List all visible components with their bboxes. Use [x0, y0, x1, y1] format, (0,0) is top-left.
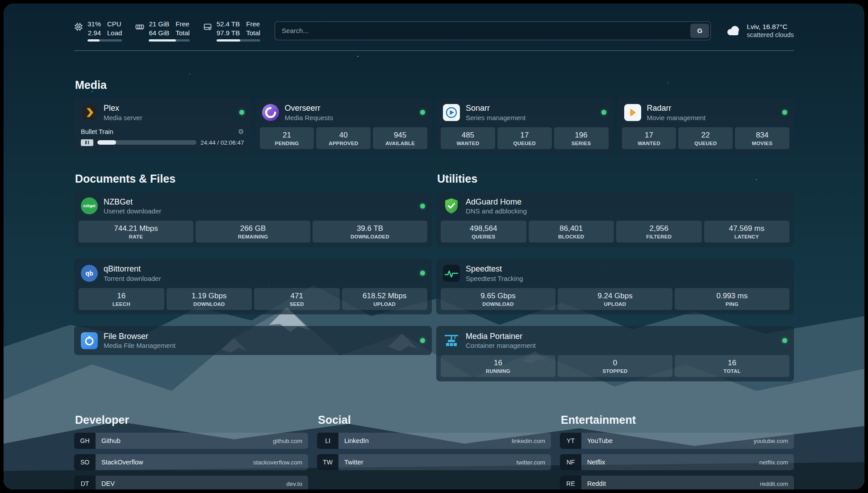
service-description: Series management	[466, 114, 526, 121]
dashboard-screen: 31% 2.94 CPU Load	[4, 4, 864, 489]
group-title-media: Media	[75, 79, 794, 92]
service-card-radarr[interactable]: Radarr Movie management 17 WANTED 22 QUE…	[618, 98, 794, 154]
cpu-widget: 31% 2.94 CPU Load	[74, 20, 122, 42]
memory-total-label: Total	[175, 29, 190, 38]
service-description: Usenet downloader	[104, 207, 161, 215]
service-description: Torrent downloader	[104, 275, 161, 282]
bookmark-youtube[interactable]: YT YouTube youtube.com	[560, 433, 794, 449]
service-card-adguard[interactable]: AdGuard Home DNS and adblocking 498,564 …	[436, 192, 794, 247]
group-utilities: Utilities AdGuard	[436, 172, 794, 393]
stat-box: 498,564 QUERIES	[441, 221, 526, 242]
service-description: Movie management	[647, 114, 706, 121]
service-card-portainer[interactable]: Media Portainer Container management 16 …	[436, 326, 794, 382]
gear-icon[interactable]: ⚙	[238, 128, 244, 135]
cpu-progressbar	[88, 39, 122, 42]
bookmark-name: DEV	[96, 476, 286, 489]
stat-box: 471 SEED	[254, 288, 340, 310]
stat-box: 16 LEECH	[79, 288, 164, 310]
topbar-divider	[74, 50, 794, 51]
service-card-qbittorrent[interactable]: qb qBittorrent Torrent downloader 16 LEE…	[74, 259, 432, 314]
now-playing-title: Bullet Train	[81, 128, 113, 135]
bookmark-domain: dev.to	[286, 476, 308, 489]
status-dot	[420, 271, 425, 276]
search-input[interactable]	[276, 27, 691, 34]
cpu-load-value: 2.94	[88, 29, 101, 38]
stat-box: 17 WANTED	[622, 127, 676, 149]
stat-box: 0.993 ms PING	[675, 288, 789, 310]
nzbget-icon: nzbget	[81, 197, 98, 214]
search-provider-button[interactable]: G	[690, 24, 709, 38]
disk-widget: 52.4 TB 97.9 TB Free Total	[203, 20, 260, 42]
bookmark-domain: stackoverflow.com	[253, 454, 308, 470]
bookmark-reddit[interactable]: RE Reddit reddit.com	[560, 476, 794, 489]
bookmark-dev[interactable]: DT DEV dev.to	[74, 476, 308, 489]
service-name: qBittorrent	[104, 264, 161, 274]
stat-box: 9.65 Gbps DOWNLOAD	[441, 288, 555, 310]
plex-icon	[81, 104, 98, 121]
weather-condition: scattered clouds	[747, 31, 794, 38]
service-name: Plex	[104, 104, 142, 113]
bookmark-domain: linkedin.com	[512, 433, 551, 449]
stat-box: 47.569 ms LATENCY	[704, 221, 790, 242]
memory-free-label: Free	[175, 20, 190, 29]
service-card-sonarr[interactable]: Sonarr Series management 485 WANTED 17 Q…	[436, 98, 613, 154]
bookmark-domain: reddit.com	[760, 476, 794, 489]
bookmark-stackoverflow[interactable]: SO StackOverflow stackoverflow.com	[74, 454, 308, 470]
sonarr-icon	[443, 104, 460, 121]
bookmark-linkedin[interactable]: LI LinkedIn linkedin.com	[317, 433, 551, 449]
radarr-icon	[624, 104, 641, 121]
stat-box: 2,956 FILTERED	[616, 221, 702, 242]
service-card-filebrowser[interactable]: File Browser Media File Management	[74, 326, 432, 355]
service-name: NZBGet	[104, 197, 161, 207]
stat-box: 744.21 Mbps RATE	[79, 221, 193, 242]
stat-box: 618.52 Mbps UPLOAD	[342, 288, 428, 310]
weather-widget: Lviv, 16.87°C scattered clouds	[725, 22, 794, 39]
bookmark-github[interactable]: GH Github github.com	[74, 433, 308, 449]
service-card-overseerr[interactable]: Overseerr Media Requests 21 PENDING 40 A…	[255, 98, 432, 154]
service-name: File Browser	[104, 332, 175, 342]
bookmark-netflix[interactable]: NF Netflix netflix.com	[560, 454, 794, 470]
service-name: Media Portainer	[466, 332, 536, 342]
memory-progressbar	[149, 39, 190, 42]
service-description: Media File Management	[104, 342, 175, 349]
overseerr-icon	[262, 104, 279, 121]
stat-box: 9.24 Gbps UPLOAD	[558, 288, 672, 310]
cloud-icon	[725, 22, 742, 39]
bookmark-abbr: YT	[560, 433, 581, 449]
cpu-usage-value: 31%	[88, 20, 101, 29]
service-description: Speedtest Tracking	[466, 275, 523, 282]
search-bar: G	[275, 21, 711, 40]
group-title-utilities: Utilities	[437, 172, 794, 185]
svg-text:nzbget: nzbget	[83, 204, 96, 208]
svg-text:qb: qb	[85, 270, 93, 277]
adguard-icon	[443, 197, 460, 214]
bookmark-group-entertainment: Entertainment YT YouTube youtube.com NF …	[560, 414, 794, 489]
bookmark-abbr: TW	[317, 454, 338, 470]
status-dot	[601, 110, 606, 115]
bookmark-twitter[interactable]: TW Twitter twitter.com	[317, 454, 551, 470]
service-card-speedtest[interactable]: Speedtest Speedtest Tracking 9.65 Gbps D…	[436, 259, 794, 314]
topbar: 31% 2.94 CPU Load	[74, 20, 794, 42]
bookmark-abbr: SO	[74, 454, 96, 470]
playback-progressbar	[97, 140, 196, 145]
cpu-icon	[74, 22, 83, 33]
service-name: Speedtest	[466, 264, 523, 274]
stat-box: 945 AVAILABLE	[373, 127, 427, 149]
stat-box: 1.19 Gbps DOWNLOAD	[167, 288, 252, 310]
bookmark-abbr: GH	[74, 433, 96, 449]
stat-box: 21 PENDING	[260, 127, 314, 149]
stat-box: 17 QUEUED	[497, 127, 552, 149]
bookmark-abbr: RE	[560, 476, 581, 489]
status-dot	[420, 110, 425, 115]
pause-button[interactable]	[81, 139, 93, 146]
bookmark-group-social: Social LI LinkedIn linkedin.com TW Twitt…	[317, 414, 551, 489]
memory-free-value: 21 GiB	[149, 20, 169, 29]
service-description: Container management	[466, 342, 536, 349]
status-dot	[420, 204, 425, 209]
bookmark-domain: github.com	[273, 433, 308, 449]
bookmark-name: Twitter	[338, 454, 516, 470]
service-card-nzbget[interactable]: nzbget NZBGet Usenet downloader 744.21 M…	[74, 192, 432, 247]
bookmark-name: Github	[96, 433, 273, 449]
service-card-plex[interactable]: Plex Media server Bullet Train ⚙	[74, 98, 251, 154]
bookmark-name: Netflix	[581, 454, 759, 470]
